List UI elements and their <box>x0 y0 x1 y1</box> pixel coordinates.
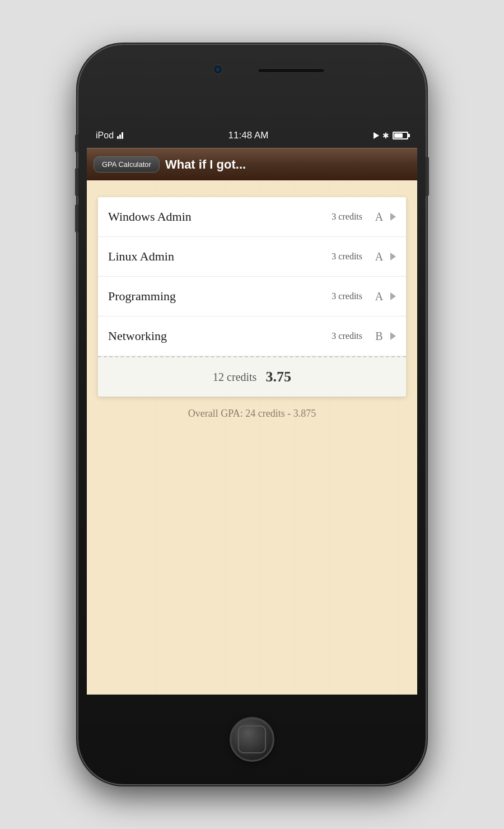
phone-device: iPod 11:48 AM ✱ GPA Calculator What if I… <box>78 45 426 784</box>
bluetooth-icon: ✱ <box>382 131 389 140</box>
chevron-right-icon <box>390 213 396 221</box>
home-button[interactable] <box>230 717 274 762</box>
wifi-icon <box>117 132 123 139</box>
content-area: Windows Admin 3 credits A Linux Admin 3 … <box>87 180 417 695</box>
carrier-label: iPod <box>96 131 114 141</box>
chevron-right-icon <box>390 332 396 340</box>
status-left: iPod <box>96 131 123 141</box>
course-name: Linux Admin <box>108 249 332 264</box>
course-grade: A <box>374 250 385 263</box>
course-name: Windows Admin <box>108 209 332 224</box>
phone-top <box>78 45 426 118</box>
battery-fill <box>394 133 403 138</box>
course-name: Programming <box>108 289 332 304</box>
front-camera <box>213 64 223 74</box>
time-display: 11:48 AM <box>228 130 269 141</box>
course-row-programming[interactable]: Programming 3 credits A <box>98 277 406 316</box>
semester-gpa: 3.75 <box>265 369 291 385</box>
page-title: What if I got... <box>165 157 246 172</box>
course-credits: 3 credits <box>332 252 362 262</box>
power-button[interactable] <box>426 157 429 196</box>
battery-icon <box>393 132 408 139</box>
volume-up-button[interactable] <box>75 168 78 196</box>
summary-row: 12 credits 3.75 <box>108 369 396 385</box>
course-credits: 3 credits <box>332 331 362 341</box>
play-icon <box>374 132 379 139</box>
course-credits: 3 credits <box>332 212 362 222</box>
course-list-card: Windows Admin 3 credits A Linux Admin 3 … <box>98 197 406 397</box>
phone-bottom <box>78 695 426 784</box>
course-grade: A <box>374 290 385 303</box>
mute-switch[interactable] <box>75 134 78 152</box>
overall-gpa-label: Overall GPA: 24 credits - 3.875 <box>188 408 316 420</box>
chevron-right-icon <box>390 292 396 300</box>
course-row-windows-admin[interactable]: Windows Admin 3 credits A <box>98 197 406 237</box>
back-button[interactable]: GPA Calculator <box>94 156 160 173</box>
summary-area: 12 credits 3.75 <box>98 356 406 397</box>
status-right: ✱ <box>374 131 408 140</box>
status-bar: iPod 11:48 AM ✱ <box>87 123 417 148</box>
navigation-bar: GPA Calculator What if I got... <box>87 148 417 180</box>
course-row-linux-admin[interactable]: Linux Admin 3 credits A <box>98 237 406 277</box>
total-credits: 12 credits <box>213 371 256 384</box>
home-button-inner <box>238 725 266 753</box>
earpiece-speaker <box>258 68 325 73</box>
course-grade: B <box>374 330 385 343</box>
chevron-right-icon <box>390 253 396 260</box>
volume-down-button[interactable] <box>75 204 78 232</box>
course-name: Networking <box>108 329 332 343</box>
course-grade: A <box>374 211 385 223</box>
course-credits: 3 credits <box>332 291 362 301</box>
course-row-networking[interactable]: Networking 3 credits B <box>98 316 406 356</box>
